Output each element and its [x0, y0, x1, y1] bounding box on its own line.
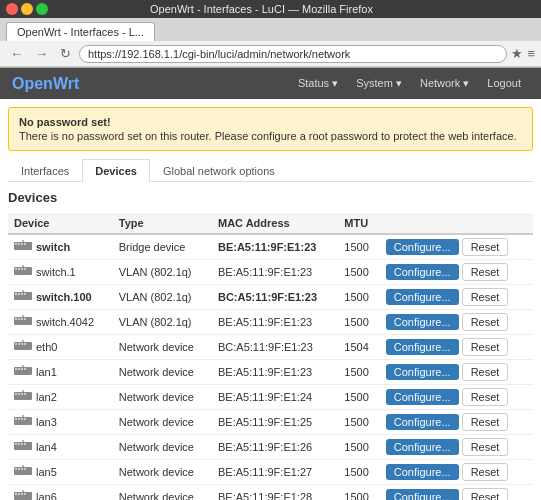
col-mac: MAC Address [212, 213, 338, 234]
svg-rect-50 [18, 443, 20, 445]
window-controls[interactable] [6, 3, 48, 15]
tab-interfaces[interactable]: Interfaces [8, 159, 82, 182]
device-actions: Configure... Reset [380, 385, 533, 410]
device-actions: Configure... Reset [380, 360, 533, 385]
forward-button[interactable]: → [31, 44, 52, 63]
configure-button[interactable]: Configure... [386, 264, 459, 280]
svg-rect-15 [21, 293, 23, 295]
svg-rect-63 [21, 493, 23, 495]
reset-button[interactable]: Reset [462, 363, 509, 381]
svg-rect-39 [21, 393, 23, 395]
device-icon [14, 240, 32, 254]
reset-button[interactable]: Reset [462, 313, 509, 331]
configure-button[interactable]: Configure... [386, 464, 459, 480]
nav-logout[interactable]: Logout [479, 74, 529, 93]
menu-icon[interactable]: ≡ [527, 46, 535, 61]
svg-rect-52 [24, 443, 26, 445]
col-type: Type [113, 213, 212, 234]
nav-network[interactable]: Network [412, 74, 477, 93]
table-row: lan1 Network device BE:A5:11:9F:E1:23 15… [8, 360, 533, 385]
svg-rect-4 [24, 243, 26, 245]
openwrt-logo: OpenWrt [12, 75, 79, 93]
nav-status[interactable]: Status [290, 74, 346, 93]
device-label: lan2 [36, 391, 57, 403]
configure-button[interactable]: Configure... [386, 239, 459, 255]
browser-titlebar: OpenWrt - Interfaces - LuCI — Mozilla Fi… [0, 0, 541, 18]
configure-button[interactable]: Configure... [386, 339, 459, 355]
device-icon [14, 365, 32, 379]
svg-rect-8 [18, 268, 20, 270]
reset-button[interactable]: Reset [462, 288, 509, 306]
svg-rect-32 [18, 368, 20, 370]
device-name: lan2 [8, 385, 113, 410]
device-actions: Configure... Reset [380, 485, 533, 501]
device-name: switch.100 [8, 285, 113, 310]
svg-rect-16 [24, 293, 26, 295]
reset-button[interactable]: Reset [462, 338, 509, 356]
browser-chrome: OpenWrt - Interfaces - LuCI — Mozilla Fi… [0, 0, 541, 68]
warning-message: There is no password set on this router.… [19, 130, 517, 142]
svg-rect-49 [15, 443, 17, 445]
device-mtu: 1500 [338, 435, 380, 460]
reset-button[interactable]: Reset [462, 388, 509, 406]
svg-rect-37 [15, 393, 17, 395]
device-mtu: 1500 [338, 285, 380, 310]
reset-button[interactable]: Reset [462, 488, 509, 500]
device-mac: BE:A5:11:9F:E1:23 [212, 360, 338, 385]
configure-button[interactable]: Configure... [386, 389, 459, 405]
table-row: switch.100 VLAN (802.1q) BC:A5:11:9F:E1:… [8, 285, 533, 310]
configure-button[interactable]: Configure... [386, 414, 459, 430]
address-bar[interactable] [79, 45, 507, 63]
device-name: lan6 [8, 485, 113, 501]
table-row: lan6 Network device BE:A5:11:9F:E1:28 15… [8, 485, 533, 501]
close-button[interactable] [6, 3, 18, 15]
table-row: switch Bridge device BE:A5:11:9F:E1:23 1… [8, 234, 533, 260]
table-row: lan2 Network device BE:A5:11:9F:E1:24 15… [8, 385, 533, 410]
device-actions: Configure... Reset [380, 234, 533, 260]
reset-button[interactable]: Reset [462, 438, 509, 456]
nav-system[interactable]: System [348, 74, 410, 93]
tab-global-network-options[interactable]: Global network options [150, 159, 288, 182]
device-mtu: 1500 [338, 385, 380, 410]
svg-rect-26 [18, 343, 20, 345]
device-type: Network device [113, 385, 212, 410]
minimize-button[interactable] [21, 3, 33, 15]
tab-devices[interactable]: Devices [82, 159, 150, 182]
device-type: Network device [113, 435, 212, 460]
maximize-button[interactable] [36, 3, 48, 15]
device-mac: BE:A5:11:9F:E1:24 [212, 385, 338, 410]
reload-button[interactable]: ↻ [56, 44, 75, 63]
reset-button[interactable]: Reset [462, 238, 509, 256]
svg-rect-14 [18, 293, 20, 295]
device-label: switch.4042 [36, 316, 94, 328]
svg-rect-10 [24, 268, 26, 270]
configure-button[interactable]: Configure... [386, 314, 459, 330]
svg-rect-20 [18, 318, 20, 320]
device-type: Network device [113, 335, 212, 360]
svg-rect-22 [24, 318, 26, 320]
svg-rect-61 [15, 493, 17, 495]
configure-button[interactable]: Configure... [386, 289, 459, 305]
reset-button[interactable]: Reset [462, 263, 509, 281]
configure-button[interactable]: Configure... [386, 489, 459, 500]
device-mac: BE:A5:11:9F:E1:25 [212, 410, 338, 435]
device-mtu: 1500 [338, 485, 380, 501]
bookmark-icon[interactable]: ★ [511, 46, 523, 61]
svg-rect-13 [15, 293, 17, 295]
device-icon [14, 265, 32, 279]
device-actions: Configure... Reset [380, 410, 533, 435]
configure-button[interactable]: Configure... [386, 439, 459, 455]
reset-button[interactable]: Reset [462, 413, 509, 431]
openwrt-nav: Status System Network Logout [290, 74, 529, 93]
svg-rect-33 [21, 368, 23, 370]
reset-button[interactable]: Reset [462, 463, 509, 481]
device-actions: Configure... Reset [380, 460, 533, 485]
table-row: lan3 Network device BE:A5:11:9F:E1:25 15… [8, 410, 533, 435]
svg-rect-1 [15, 243, 17, 245]
device-label: switch.1 [36, 266, 76, 278]
configure-button[interactable]: Configure... [386, 364, 459, 380]
back-button[interactable]: ← [6, 44, 27, 63]
devices-table: Device Type MAC Address MTU switch Bridg… [8, 213, 533, 500]
tab-bar: OpenWrt - Interfaces - L... [0, 18, 541, 41]
active-tab[interactable]: OpenWrt - Interfaces - L... [6, 22, 155, 41]
